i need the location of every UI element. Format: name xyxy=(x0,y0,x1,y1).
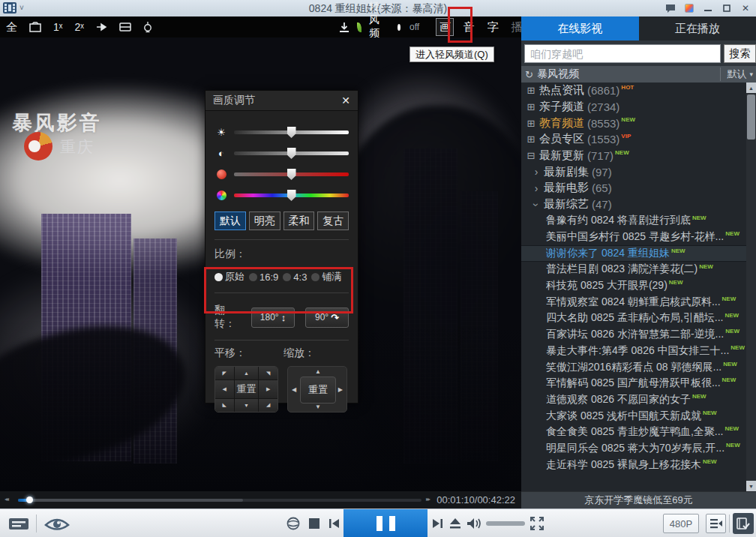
brightness-slider[interactable]: ☀ xyxy=(214,125,349,140)
episode-item[interactable]: 鲁豫有约 0824 将喜剧进行到底NEW xyxy=(521,213,746,230)
minimize-button[interactable] xyxy=(702,2,714,14)
subcategory-item[interactable]: ›最新剧集(97) xyxy=(521,164,746,180)
pause-button[interactable] xyxy=(344,509,428,537)
slider-thumb[interactable] xyxy=(287,148,296,159)
subtitle-settings-button[interactable]: 字 xyxy=(484,18,502,36)
episode-item[interactable]: 百家讲坛 0826 水浒智慧第二部-逆境...NEW xyxy=(521,326,746,343)
collapse-icon[interactable]: ⊟ xyxy=(526,150,536,161)
pan-down-left-button[interactable]: ◣ xyxy=(215,399,234,412)
zoom-right-button[interactable]: ▶ xyxy=(338,386,343,393)
fullscreen-button[interactable]: 全 xyxy=(6,18,17,36)
media-library-button[interactable] xyxy=(733,513,754,534)
feedback-icon[interactable] xyxy=(664,2,676,14)
preset-default-button[interactable]: 默认 xyxy=(214,212,246,230)
skin-icon[interactable] xyxy=(683,2,695,14)
episode-item[interactable]: 军情观察室 0824 朝鲜重启核武原料...NEW xyxy=(521,294,746,310)
hue-slider[interactable] xyxy=(214,188,349,202)
fullscreen-icon[interactable] xyxy=(530,516,544,531)
zoom-reset-button[interactable]: 重置 xyxy=(300,376,336,404)
subcategory-item[interactable]: ›最新电影(65) xyxy=(521,180,746,196)
search-button[interactable]: 搜索 xyxy=(724,44,756,63)
saturation-slider[interactable] xyxy=(214,167,349,182)
chevron-right-icon[interactable]: › xyxy=(532,166,541,178)
preset-bright-button[interactable]: 明亮 xyxy=(249,212,280,230)
episode-item[interactable]: 大家谈 0825 浅析中国航天新成就NEW xyxy=(521,408,746,424)
light-off-icon[interactable] xyxy=(143,18,152,36)
zoom-down-button[interactable]: ▼ xyxy=(315,404,321,410)
eye-protect-icon[interactable] xyxy=(44,515,70,532)
stop-button[interactable] xyxy=(309,518,320,529)
snapshot-icon[interactable] xyxy=(29,18,41,36)
episode-item[interactable]: 军情解码 0825 国产航母滑跃甲板很...NEW xyxy=(521,375,746,392)
panel-mode-icon[interactable] xyxy=(119,18,131,36)
zoom-up-button[interactable]: ▲ xyxy=(315,368,321,375)
playlist-drawer-icon[interactable] xyxy=(9,516,28,531)
contrast-slider[interactable]: ◐ xyxy=(214,146,349,160)
scrollbar-thumb[interactable] xyxy=(747,94,755,140)
episode-item[interactable]: 食全食美 0825 青韭炒魔芋鸭血,全聚...NEW xyxy=(521,424,746,440)
episode-item[interactable]: 走近科学 0825 裸鼠身上移花接木NEW xyxy=(521,457,746,473)
close-button[interactable]: ✕ xyxy=(740,2,752,14)
category-item[interactable]: ⊞热点资讯(6861)HOT xyxy=(521,82,746,99)
list-scrollbar[interactable]: ▲ ▼ xyxy=(746,82,756,491)
volume-slider[interactable] xyxy=(486,521,525,526)
episode-item[interactable]: 明星同乐会 0825 蒋大为70岁寿辰,开...NEW xyxy=(521,440,746,457)
seek-handle[interactable] xyxy=(26,496,33,503)
playlist-toggle-button[interactable] xyxy=(706,514,726,533)
refresh-icon[interactable]: ↻ xyxy=(525,69,533,80)
pan-down-button[interactable]: ▼ xyxy=(235,399,259,412)
light-channel-toggle-icon[interactable] xyxy=(398,24,400,31)
sort-dropdown[interactable]: 默认 ▾ xyxy=(720,68,753,81)
quality-480p-button[interactable]: 480P xyxy=(663,514,699,533)
ad-banner[interactable]: 京东开学季魔镜低至69元 xyxy=(521,491,756,508)
episode-item[interactable]: 科技苑 0825 大开眼界(29)NEW xyxy=(521,278,746,294)
chevron-right-icon[interactable]: › xyxy=(532,182,541,194)
speed-1x-button[interactable]: 1ˣ xyxy=(53,18,62,36)
pan-right-button[interactable]: ▶ xyxy=(259,380,278,398)
slider-thumb[interactable] xyxy=(287,127,296,138)
next-button[interactable] xyxy=(431,518,443,530)
zoom-left-button[interactable]: ◀ xyxy=(292,386,296,393)
maximize-button[interactable] xyxy=(721,2,733,14)
tab-now-playing[interactable]: 正在播放 xyxy=(639,16,756,40)
chevron-down-icon[interactable]: › xyxy=(530,200,542,209)
preset-soft-button[interactable]: 柔和 xyxy=(284,212,315,230)
expand-icon[interactable]: ⊞ xyxy=(526,118,536,129)
record-disc-icon[interactable] xyxy=(286,517,300,530)
search-input[interactable] xyxy=(524,44,721,63)
tab-online-video[interactable]: 在线影视 xyxy=(521,16,639,40)
episode-item[interactable]: 暴走大事件:第4季 0826 中国女排三十...NEW xyxy=(521,343,746,359)
category-item[interactable]: ⊟最新更新(717)NEW xyxy=(521,148,746,164)
download-icon[interactable] xyxy=(339,18,350,36)
pan-down-right-button[interactable]: ◢ xyxy=(259,399,278,412)
episode-item[interactable]: 谢谢你来了 0824 重组姐妹NEW xyxy=(521,245,746,262)
forward-icon[interactable]: ▸▸ xyxy=(426,496,429,502)
pan-up-left-button[interactable]: ◤ xyxy=(215,367,234,380)
category-item[interactable]: ⊞教育频道(8553)NEW xyxy=(521,115,746,131)
pin-on-top-icon[interactable] xyxy=(96,18,107,36)
episode-item[interactable]: 道德观察 0826 不愿回家的女子NEW xyxy=(521,392,746,408)
episode-item[interactable]: 笑傲江湖2016精彩看点 08 郭德纲展...NEW xyxy=(521,359,746,376)
rewind-icon[interactable]: ◂◂ xyxy=(4,496,8,502)
episode-item[interactable]: 普法栏目剧 0823 满院洋姜花(二)NEW xyxy=(521,262,746,278)
expand-icon[interactable]: ⊞ xyxy=(526,134,536,145)
slider-thumb[interactable] xyxy=(287,190,296,201)
previous-button[interactable] xyxy=(328,518,340,530)
pan-up-right-button[interactable]: ◥ xyxy=(259,367,278,380)
eject-button[interactable] xyxy=(449,518,461,530)
expand-icon[interactable]: ⊞ xyxy=(526,101,536,112)
category-item[interactable]: ⊞会员专区(1553)VIP xyxy=(521,131,746,148)
scroll-down-icon[interactable]: ▼ xyxy=(746,481,756,491)
episode-item[interactable]: 四大名助 0825 孟非精心布局,引醋坛...NEW xyxy=(521,310,746,327)
seek-bar[interactable] xyxy=(18,499,422,502)
volume-icon[interactable] xyxy=(466,517,482,530)
subcategory-item[interactable]: ›最新综艺(47) xyxy=(521,196,746,213)
pan-up-button[interactable]: ▲ xyxy=(235,367,259,380)
pan-reset-button[interactable]: 重置 xyxy=(235,380,259,398)
scroll-up-icon[interactable]: ▲ xyxy=(746,82,756,93)
expand-icon[interactable]: ⊞ xyxy=(526,85,536,96)
pan-left-button[interactable]: ◀ xyxy=(215,380,234,398)
preset-retro-button[interactable]: 复古 xyxy=(317,212,349,230)
speed-2x-button[interactable]: 2ˣ xyxy=(74,18,83,36)
category-item[interactable]: ⊞亲子频道(2734) xyxy=(521,99,746,116)
